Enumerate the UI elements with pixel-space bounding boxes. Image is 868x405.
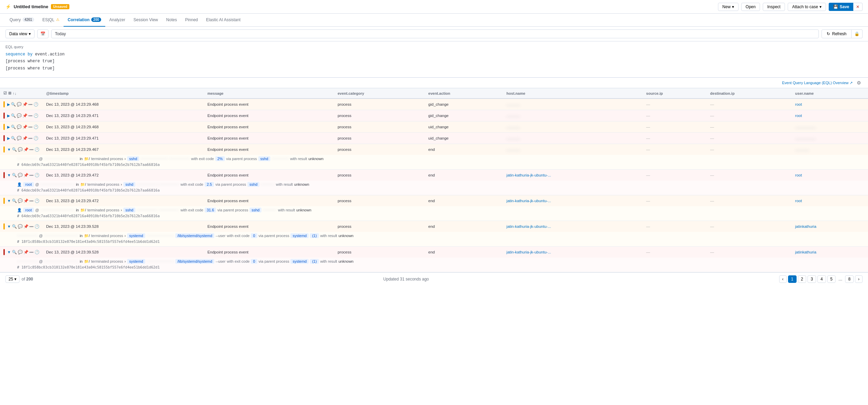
investigate-icon[interactable]: 🔍 [11, 125, 16, 129]
date-range-input[interactable]: Today [51, 29, 819, 38]
tab-analyzer[interactable]: Analyzer [105, 14, 130, 27]
page-next-button[interactable]: › [855, 275, 863, 283]
col-event-action[interactable]: event.action [425, 88, 503, 99]
investigate-icon[interactable]: 🔍 [11, 102, 16, 107]
investigate-icon[interactable]: 🔍 [12, 224, 17, 229]
col-user-name[interactable]: user.name [792, 88, 868, 99]
collapse-icon[interactable]: ▼ [7, 147, 11, 152]
more-icon[interactable]: ••• [29, 224, 33, 228]
more-icon[interactable]: ••• [29, 147, 33, 152]
page-2-button[interactable]: 2 [798, 275, 806, 283]
tab-notes[interactable]: Notes [162, 14, 181, 27]
clock-icon[interactable]: 🕐 [33, 136, 38, 141]
chat-icon[interactable]: 💬 [18, 224, 23, 229]
user-link[interactable]: jatinkathuria [795, 250, 816, 254]
clock-icon[interactable]: 🕐 [33, 102, 38, 107]
host-link[interactable]: jatin-kathuria-jk-ubuntu-... [506, 173, 551, 177]
pin-icon[interactable]: 📌 [23, 125, 27, 129]
clock-icon[interactable]: 🕐 [35, 250, 39, 254]
investigate-icon[interactable]: 🔍 [11, 136, 16, 141]
more-icon[interactable]: ••• [29, 173, 33, 177]
page-4-button[interactable]: 4 [817, 275, 826, 283]
col-host-name[interactable]: host.name [503, 88, 643, 99]
col-source-ip[interactable]: source.ip [643, 88, 707, 99]
investigate-icon[interactable]: 🔍 [12, 250, 17, 254]
chat-icon[interactable]: 💬 [18, 250, 23, 254]
more-icon[interactable]: ••• [29, 199, 33, 203]
tab-session[interactable]: Session View [129, 14, 162, 27]
col-destination-ip[interactable]: destination.ip [707, 88, 792, 99]
calendar-button[interactable]: 📅 [37, 29, 49, 38]
new-button[interactable]: New ▾ [718, 3, 738, 11]
host-link[interactable]: jatin-kathuria-jk-ubuntu-... [506, 224, 551, 228]
tab-correlation[interactable]: Correlation 200 [64, 14, 105, 27]
col-timestamp[interactable]: @timestamp [43, 88, 204, 99]
page-1-button[interactable]: 1 [788, 275, 797, 283]
page-prev-button[interactable]: ‹ [779, 275, 787, 283]
more-icon[interactable]: ••• [28, 102, 32, 106]
pin-icon[interactable]: 📌 [24, 250, 28, 254]
column-settings-icon[interactable]: ⚙ [855, 79, 863, 86]
collapse-icon[interactable]: ▼ [7, 199, 11, 203]
open-button[interactable]: Open [741, 3, 760, 11]
investigate-icon[interactable]: 🔍 [12, 173, 17, 178]
inspect-button[interactable]: Inspect [763, 3, 785, 11]
data-view-selector[interactable]: Data view ▾ [5, 29, 35, 38]
pin-icon[interactable]: 📌 [24, 147, 28, 152]
expand-icon[interactable]: ▶ [7, 102, 10, 107]
per-page-selector[interactable]: 25 ▾ [5, 275, 19, 283]
page-3-button[interactable]: 3 [808, 275, 816, 283]
collapse-icon[interactable]: ▼ [7, 224, 11, 228]
collapse-icon[interactable]: ▼ [7, 250, 11, 254]
chat-icon[interactable]: 💬 [17, 136, 22, 141]
clock-icon[interactable]: 🕐 [35, 147, 39, 152]
more-icon[interactable]: ••• [28, 114, 32, 118]
chat-icon[interactable]: 💬 [18, 198, 23, 203]
pin-icon[interactable]: 📌 [24, 173, 28, 178]
chat-icon[interactable]: 💬 [17, 113, 22, 118]
clock-icon[interactable]: 🕐 [33, 125, 38, 129]
user-link[interactable]: root [795, 173, 802, 177]
more-icon[interactable]: ••• [29, 250, 33, 254]
user-link[interactable]: root [795, 102, 802, 106]
save-button[interactable]: 💾 Save [829, 3, 853, 11]
user-link[interactable]: root [795, 114, 802, 118]
page-5-button[interactable]: 5 [827, 275, 836, 283]
pin-icon[interactable]: 📌 [24, 224, 28, 229]
user-link[interactable]: root [795, 199, 802, 203]
expand-icon[interactable]: ▶ [7, 136, 10, 141]
pin-icon[interactable]: 📌 [23, 136, 27, 141]
lock-button[interactable]: 🔒 [852, 29, 863, 38]
save-close-button[interactable]: ✕ [853, 3, 863, 11]
user-link[interactable]: jatinkathuria [795, 224, 816, 228]
col-message[interactable]: message [204, 88, 334, 99]
investigate-icon[interactable]: 🔍 [11, 113, 16, 118]
host-link[interactable]: jatin-kathuria-jk-ubuntu-... [506, 199, 551, 203]
clock-icon[interactable]: 🕐 [33, 113, 38, 118]
clock-icon[interactable]: 🕐 [35, 224, 39, 229]
chat-icon[interactable]: 💬 [18, 147, 23, 152]
clock-icon[interactable]: 🕐 [35, 198, 39, 203]
attach-button[interactable]: Attach to case ▾ [788, 3, 826, 11]
col-event-category[interactable]: event.category [334, 88, 425, 99]
more-icon[interactable]: ••• [28, 125, 32, 129]
tab-pinned[interactable]: Pinned [181, 14, 202, 27]
eql-overview-link[interactable]: Event Query Language (EQL) Overview ↗ [782, 81, 853, 85]
tab-elastic[interactable]: Elastic AI Assistant [202, 14, 245, 27]
investigate-icon[interactable]: 🔍 [12, 147, 17, 152]
expand-icon[interactable]: ▶ [7, 114, 10, 118]
more-icon[interactable]: ••• [28, 136, 32, 140]
chat-icon[interactable]: 💬 [18, 173, 23, 178]
tab-esql[interactable]: ES|QL ⚠ [38, 14, 64, 27]
chat-icon[interactable]: 💬 [17, 125, 22, 129]
pin-icon[interactable]: 📌 [23, 113, 27, 118]
chat-icon[interactable]: 💬 [17, 102, 22, 107]
clock-icon[interactable]: 🕐 [35, 173, 39, 178]
pin-icon[interactable]: 📌 [23, 102, 27, 107]
pin-icon[interactable]: 📌 [24, 198, 28, 203]
collapse-icon[interactable]: ▼ [7, 173, 11, 177]
expand-icon[interactable]: ▶ [7, 125, 10, 129]
page-8-button[interactable]: 8 [845, 275, 854, 283]
host-link[interactable]: jatin-kathuria-jk-ubuntu-... [506, 250, 551, 254]
tab-query[interactable]: Query 4261 [5, 14, 38, 27]
